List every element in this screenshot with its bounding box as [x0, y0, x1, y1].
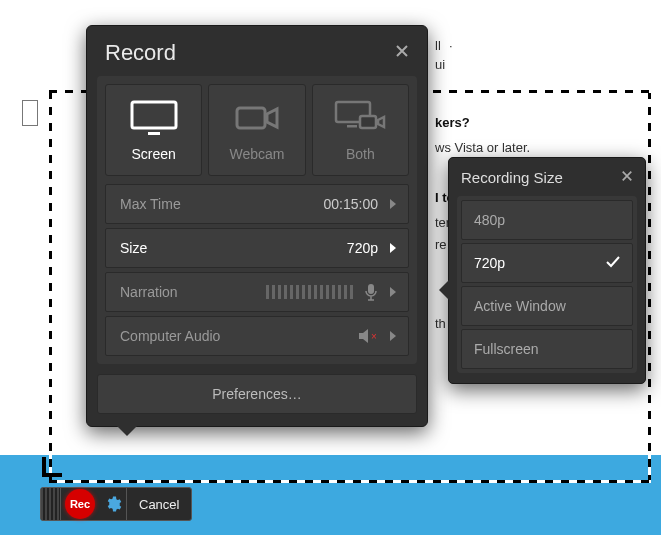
svg-rect-4	[347, 125, 357, 128]
preferences-button[interactable]: Preferences…	[97, 374, 417, 414]
bg-text: ·	[449, 38, 453, 53]
svg-rect-5	[360, 116, 376, 128]
toolbar-grip[interactable]	[41, 488, 61, 520]
size-flyout: Recording Size 480p 720p Active Window F…	[448, 157, 646, 384]
close-icon	[621, 170, 633, 182]
record-toolbar: Rec Cancel	[40, 487, 192, 521]
corner-handle[interactable]	[42, 457, 62, 477]
svg-rect-0	[132, 102, 176, 128]
close-button[interactable]	[621, 168, 633, 186]
cancel-button[interactable]: Cancel	[127, 488, 191, 520]
row-value: 720p	[347, 240, 378, 256]
webcam-icon	[233, 98, 281, 138]
row-label: Narration	[120, 284, 178, 300]
both-icon	[334, 98, 386, 138]
record-button[interactable]: Rec	[65, 489, 95, 519]
tab-label: Both	[346, 146, 375, 162]
row-max-time[interactable]: Max Time 00:15:00	[105, 184, 409, 224]
panel-pointer	[117, 426, 137, 436]
tab-label: Webcam	[230, 146, 285, 162]
option-label: 480p	[474, 212, 505, 228]
option-label: 720p	[474, 255, 505, 271]
screen-icon	[128, 98, 180, 138]
close-icon	[395, 44, 409, 58]
row-label: Computer Audio	[120, 328, 220, 344]
bg-text: ll	[435, 38, 441, 53]
row-label: Max Time	[120, 196, 181, 212]
row-size[interactable]: Size 720p	[105, 228, 409, 268]
row-value: 00:15:00	[324, 196, 379, 212]
flyout-title: Recording Size	[461, 169, 563, 186]
flyout-pointer	[439, 280, 449, 300]
chevron-right-icon	[386, 196, 400, 212]
svg-rect-2	[237, 108, 265, 128]
chevron-right-icon	[386, 240, 400, 256]
row-computer-audio[interactable]: Computer Audio ×	[105, 316, 409, 356]
bg-text: ui	[435, 57, 445, 72]
text-cursor	[22, 100, 38, 126]
chevron-right-icon	[386, 284, 400, 300]
tab-label: Screen	[131, 146, 175, 162]
microphone-icon	[364, 283, 378, 301]
audio-meter	[266, 285, 356, 299]
check-icon	[606, 255, 620, 271]
option-label: Fullscreen	[474, 341, 539, 357]
close-button[interactable]	[395, 44, 409, 62]
svg-rect-1	[148, 132, 160, 135]
tab-screen[interactable]: Screen	[105, 84, 202, 176]
size-option-active-window[interactable]: Active Window	[461, 286, 633, 326]
size-option-720p[interactable]: 720p	[461, 243, 633, 283]
row-narration[interactable]: Narration	[105, 272, 409, 312]
size-option-fullscreen[interactable]: Fullscreen	[461, 329, 633, 369]
svg-text:×: ×	[371, 331, 377, 342]
option-label: Active Window	[474, 298, 566, 314]
tab-webcam[interactable]: Webcam	[208, 84, 305, 176]
tab-both[interactable]: Both	[312, 84, 409, 176]
settings-button[interactable]	[99, 488, 127, 520]
size-option-480p[interactable]: 480p	[461, 200, 633, 240]
row-label: Size	[120, 240, 147, 256]
svg-rect-6	[368, 284, 374, 294]
panel-title: Record	[105, 40, 176, 66]
speaker-muted-icon: ×	[358, 328, 378, 344]
chevron-right-icon	[386, 328, 400, 344]
record-panel: Record Screen Webcam Both	[86, 25, 428, 427]
gear-icon	[104, 495, 122, 513]
